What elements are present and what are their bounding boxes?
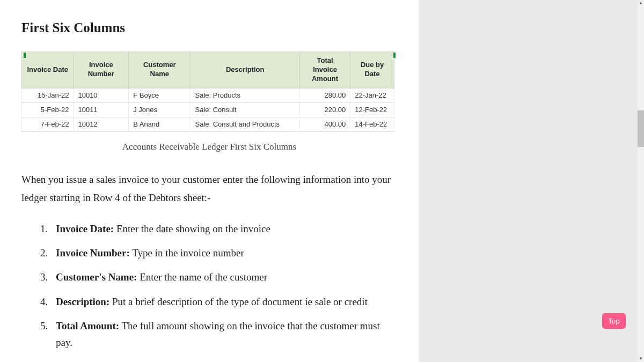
cell-invoice-number: 10011 (74, 102, 129, 117)
article-content: First Six Columns Invoice Date Invoice N… (0, 0, 419, 362)
cell-customer-name: J Jones (129, 102, 191, 117)
cell-customer-name: B Anand (129, 117, 191, 132)
list-term: Description: (56, 296, 109, 307)
th-description: Description (191, 52, 299, 88)
list-item: Invoice Date: Enter the date showing on … (50, 220, 397, 237)
ledger-figure: Invoice Date Invoice Number Customer Nam… (21, 51, 397, 132)
cell-due-date: 14-Feb-22 (350, 117, 394, 132)
scroll-down-arrow-icon[interactable]: ▼ (638, 356, 644, 362)
cell-customer-name: F Boyce (129, 88, 191, 102)
th-invoice-number: Invoice Number (74, 52, 129, 88)
table-row: 5-Feb-22 10011 J Jones Sale: Consult 220… (22, 102, 394, 117)
cell-due-date: 12-Feb-22 (350, 102, 394, 117)
selection-handle-left (24, 53, 26, 58)
cell-description: Sale: Consult (191, 102, 299, 117)
th-customer-name: Customer Name (129, 52, 191, 88)
list-item: Total Amount: The full amount showing on… (50, 317, 397, 351)
cell-invoice-date: 5-Feb-22 (22, 102, 74, 117)
cell-invoice-number: 10012 (74, 117, 129, 132)
list-item: Due Date: The date by which your custome… (50, 359, 397, 362)
cell-description: Sale: Consult and Products (191, 117, 299, 132)
cell-invoice-number: 10010 (74, 88, 129, 102)
list-item: Invoice Number: Type in the invoice numb… (50, 245, 397, 261)
table-header-row: Invoice Date Invoice Number Customer Nam… (22, 52, 394, 88)
th-invoice-date: Invoice Date (22, 52, 74, 88)
th-total-amount: Total Invoice Amount (299, 52, 350, 88)
scrollbar-thumb[interactable] (638, 110, 644, 147)
list-term: Total Amount: (56, 320, 119, 331)
th-due-date: Due by Date (350, 52, 394, 88)
table-row: 15-Jan-22 10010 F Boyce Sale: Products 2… (22, 88, 394, 102)
list-item: Description: Put a brief description of … (50, 293, 397, 310)
cell-description: Sale: Products (191, 88, 299, 102)
list-item: Customer's Name: Enter the name of the c… (50, 269, 397, 285)
table-row: 7-Feb-22 10012 B Anand Sale: Consult and… (22, 117, 394, 132)
ledger-tbody: 15-Jan-22 10010 F Boyce Sale: Products 2… (22, 88, 394, 132)
cell-invoice-date: 7-Feb-22 (22, 117, 74, 132)
sidebar-column (419, 0, 638, 362)
list-def: Put a brief description of the type of d… (109, 296, 368, 307)
scrollbar-track[interactable]: ▲ ▼ (638, 0, 644, 362)
list-def: Type in the invoice number (130, 247, 244, 258)
scroll-up-arrow-icon[interactable]: ▲ (638, 0, 644, 6)
cell-due-date: 22-Jan-22 (350, 88, 394, 102)
cell-total-amount: 400.00 (299, 117, 350, 132)
intro-paragraph: When you issue a sales invoice to your c… (21, 171, 397, 207)
list-def: Enter the name of the customer (137, 271, 267, 283)
list-term: Invoice Date: (56, 223, 114, 234)
cell-invoice-date: 15-Jan-22 (22, 88, 74, 102)
back-to-top-button[interactable]: Top (602, 313, 626, 329)
section-heading: First Six Columns (21, 20, 397, 35)
ledger-table: Invoice Date Invoice Number Customer Nam… (21, 51, 394, 132)
list-term: Customer's Name: (56, 271, 137, 283)
list-term: Invoice Number: (56, 247, 130, 258)
cell-total-amount: 220.00 (299, 102, 350, 117)
instructions-list: Invoice Date: Enter the date showing on … (21, 220, 397, 362)
selection-handle-right (393, 53, 396, 58)
figure-caption: Accounts Receivable Ledger First Six Col… (21, 142, 397, 152)
cell-total-amount: 280.00 (299, 88, 350, 102)
list-def: Enter the date showing on the invoice (114, 223, 270, 234)
